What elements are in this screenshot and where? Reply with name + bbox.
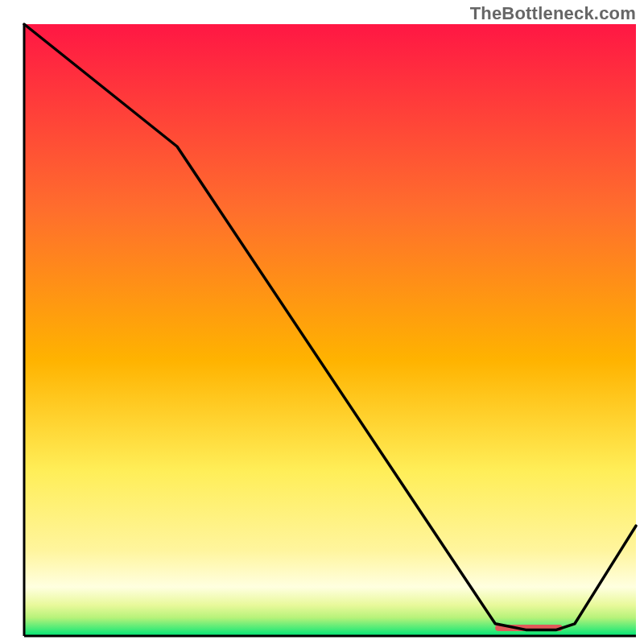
gradient-background [24, 24, 636, 636]
chart-frame: TheBottleneck.com [0, 0, 644, 644]
bottleneck-chart [0, 0, 644, 644]
